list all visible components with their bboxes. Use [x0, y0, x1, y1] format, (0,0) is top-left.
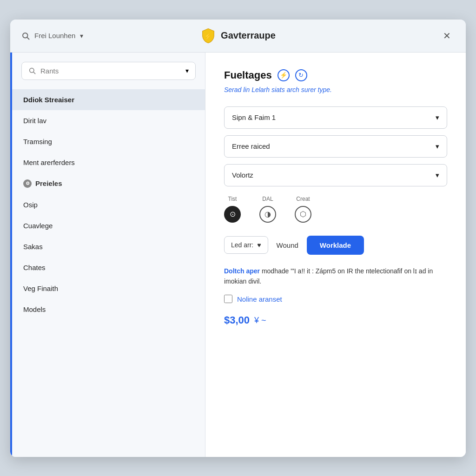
- worklade-button[interactable]: Worklade: [307, 236, 364, 255]
- section-icon: ⚙: [23, 179, 32, 188]
- svg-text:⚡: ⚡: [205, 33, 213, 40]
- content-subtitle: Serad lin Lelarh siats arch surer type.: [224, 86, 447, 93]
- chevron-down-icon: ▾: [80, 32, 83, 40]
- icon-row: Tist ⊙ DAL ◑ Creat ⬡: [224, 196, 447, 223]
- sidebar-search[interactable]: ▾: [21, 62, 196, 80]
- led-chevron-icon: ♥: [257, 241, 261, 249]
- dropdown-sipn[interactable]: Sipn & Faim 1 ▾: [224, 106, 447, 129]
- titlebar-right: ✕: [315, 28, 455, 43]
- title-power-icon: ↻: [295, 69, 307, 81]
- app-title: Gavterraupe: [221, 30, 276, 41]
- sidebar-search-icon: [28, 67, 36, 74]
- page-title: Fueltages: [224, 69, 272, 81]
- close-button[interactable]: ✕: [439, 28, 455, 43]
- title-lightning-icon: ⚡: [278, 69, 290, 81]
- sidebar-item-models[interactable]: Models: [12, 299, 205, 320]
- titlebar-left: Frei Lounhen ▾: [21, 32, 161, 40]
- description-bold: Doltch aper: [224, 267, 260, 275]
- action-row: Led arr: ♥ Wound Worklade: [224, 236, 447, 255]
- checkbox-label: Noline aranset: [237, 295, 282, 303]
- sidebar-item-dirit[interactable]: Dirit lav: [12, 110, 205, 131]
- logo-shield-icon: ⚡: [200, 28, 216, 44]
- titlebar: Frei Lounhen ▾ ⚡ Gavterraupe ✕: [10, 20, 466, 53]
- description-text: Doltch aper modhade "'I a!! it : Zápm5 o…: [224, 266, 447, 287]
- icon-col-dal: DAL ◑: [259, 196, 276, 223]
- dal-icon[interactable]: ◑: [259, 206, 276, 223]
- checkbox-row: Noline aranset: [224, 295, 447, 303]
- price-suffix: ¥ ~: [254, 316, 266, 325]
- search-label: Frei Lounhen: [34, 32, 75, 40]
- svg-line-1: [27, 37, 29, 39]
- noline-checkbox[interactable]: [224, 295, 232, 303]
- creat-icon[interactable]: ⬡: [295, 206, 311, 223]
- chevron-down-icon: ▾: [436, 113, 439, 122]
- main-layout: ▾ Ddiok Streaiser Dirit lav Tramsing Men…: [10, 53, 466, 457]
- sidebar-item-ment[interactable]: Ment arerferders: [12, 152, 205, 173]
- icon-col-tist: Tist ⊙: [224, 196, 241, 223]
- sidebar-item-ddiok[interactable]: Ddiok Streaiser: [12, 89, 205, 110]
- led-select[interactable]: Led arr: ♥: [224, 236, 268, 254]
- icon-col-creat: Creat ⬡: [295, 196, 311, 223]
- content-panel: Fueltages ⚡ ↻ Serad lin Lelarh siats arc…: [205, 53, 466, 457]
- price-row: $3,00 ¥ ~: [224, 314, 447, 326]
- sidebar-item-osip[interactable]: Osip: [12, 194, 205, 215]
- content-title: Fueltages ⚡ ↻: [224, 69, 447, 81]
- chevron-down-icon: ▾: [436, 142, 439, 151]
- sidebar-search-chevron: ▾: [185, 67, 189, 74]
- sidebar-item-tramsing[interactable]: Tramsing: [12, 131, 205, 152]
- svg-line-4: [33, 72, 35, 74]
- app-window: Frei Lounhen ▾ ⚡ Gavterraupe ✕ ▾: [10, 20, 466, 457]
- sidebar-item-chates[interactable]: Chates: [12, 257, 205, 278]
- sidebar-item-veg[interactable]: Veg Finaith: [12, 278, 205, 299]
- dropdown-erree[interactable]: Erree raiced ▾: [224, 135, 447, 158]
- chevron-down-icon: ▾: [436, 171, 439, 179]
- search-icon: [21, 32, 30, 40]
- price-value: $3,00: [224, 314, 250, 326]
- sidebar-search-input[interactable]: [40, 67, 181, 75]
- sidebar-item-cuavlege[interactable]: Cuavlege: [12, 215, 205, 236]
- dropdown-volortz[interactable]: Volortz ▾: [224, 164, 447, 186]
- sidebar-item-sakas[interactable]: Sakas: [12, 236, 205, 257]
- tist-icon[interactable]: ⊙: [224, 206, 241, 223]
- sidebar-section-preieles: ⚙ Preieles: [12, 173, 205, 194]
- titlebar-center: ⚡ Gavterraupe: [168, 28, 308, 44]
- wound-label: Wound: [277, 241, 298, 249]
- sidebar: ▾ Ddiok Streaiser Dirit lav Tramsing Men…: [10, 53, 205, 457]
